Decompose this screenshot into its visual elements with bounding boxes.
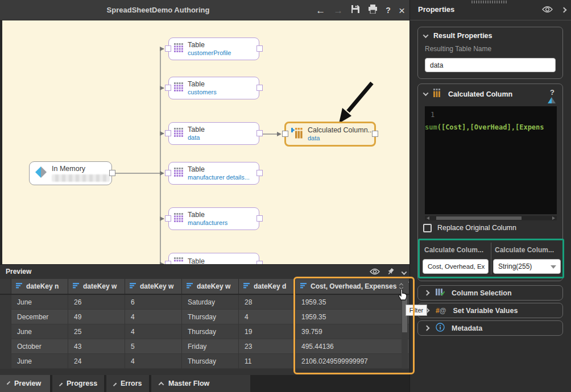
tab-progress[interactable]: Progress bbox=[52, 375, 104, 392]
eye-icon[interactable] bbox=[370, 267, 380, 277]
node-type: Table bbox=[188, 80, 217, 88]
replace-original-column-checkbox[interactable] bbox=[423, 224, 432, 232]
cell[interactable]: 26 bbox=[68, 295, 125, 310]
node-table-manufacturer-details[interactable]: Table manufacturer details... bbox=[168, 162, 259, 185]
input-port[interactable] bbox=[165, 85, 171, 91]
column-type-select[interactable]: String(255) bbox=[493, 259, 561, 274]
output-port[interactable] bbox=[256, 170, 263, 176]
back-icon[interactable]: ← bbox=[316, 6, 325, 15]
node-name: manufacturer details... bbox=[188, 174, 250, 181]
output-port[interactable] bbox=[109, 170, 115, 176]
editor-horizontal-scrollbar[interactable] bbox=[425, 216, 557, 220]
metadata-info-icon bbox=[436, 323, 445, 334]
cell[interactable]: 4 bbox=[239, 310, 296, 324]
scroll-left-icon[interactable] bbox=[427, 216, 429, 220]
cell[interactable]: June bbox=[11, 354, 68, 369]
section-set-variable-values[interactable]: #@ Set Variable Values bbox=[417, 303, 563, 318]
cell[interactable]: Thursday bbox=[182, 354, 239, 369]
cell[interactable]: 11 bbox=[239, 354, 296, 369]
input-port[interactable] bbox=[165, 45, 171, 52]
node-table-customerprofile[interactable]: Table customerProfile bbox=[168, 37, 259, 60]
cell[interactable]: Saturday bbox=[182, 295, 239, 310]
table-grid-icon bbox=[174, 128, 183, 139]
row-gutter[interactable] bbox=[0, 339, 11, 354]
help-icon[interactable]: ? bbox=[386, 6, 391, 14]
node-type: Table bbox=[188, 211, 227, 219]
section-column-selection[interactable]: Column Selection bbox=[417, 285, 563, 301]
cell[interactable]: Thursday bbox=[182, 310, 239, 324]
column-header[interactable]: dateKey n bbox=[11, 279, 68, 295]
cell[interactable]: Thursday bbox=[182, 324, 239, 339]
flow-canvas[interactable]: Table customerProfile Table customers Ta… bbox=[0, 20, 409, 264]
column-header[interactable]: dateKey d bbox=[239, 279, 296, 295]
title-bar-actions: ← → ? × bbox=[316, 0, 405, 20]
node-calculated-column[interactable]: Calculated Column.. data bbox=[284, 122, 376, 147]
chevron-up-icon bbox=[59, 382, 63, 386]
input-port[interactable] bbox=[282, 131, 288, 137]
print-icon[interactable] bbox=[368, 5, 378, 16]
cell[interactable]: 6 bbox=[125, 295, 182, 310]
grid-column-header[interactable]: Calculate Colum... bbox=[495, 243, 560, 257]
cell[interactable]: December bbox=[11, 310, 68, 324]
cell[interactable]: 19 bbox=[239, 324, 296, 339]
resulting-table-name-input[interactable]: data bbox=[425, 58, 556, 72]
output-port[interactable] bbox=[256, 215, 263, 222]
section-metadata[interactable]: Metadata bbox=[417, 320, 563, 336]
node-table-data[interactable]: Table data bbox=[168, 122, 259, 145]
output-port[interactable] bbox=[256, 130, 263, 136]
input-port[interactable] bbox=[165, 215, 171, 222]
cell[interactable]: 24 bbox=[68, 354, 125, 369]
grid-column-header[interactable]: Calculate Colum... bbox=[424, 243, 488, 257]
column-header[interactable]: dateKey w bbox=[182, 279, 239, 295]
code-text: ([Cost],[OverHead],[Expens bbox=[437, 123, 544, 131]
tab-master-flow[interactable]: Master Flow bbox=[151, 375, 250, 392]
eye-icon[interactable] bbox=[542, 5, 553, 15]
cell[interactable]: June bbox=[11, 324, 68, 339]
column-header[interactable]: dateKey w bbox=[125, 279, 182, 295]
collapse-panel-icon[interactable] bbox=[402, 269, 407, 275]
cell[interactable]: 28 bbox=[239, 295, 296, 310]
row-gutter[interactable] bbox=[0, 354, 11, 369]
input-port[interactable] bbox=[165, 170, 171, 176]
row-gutter[interactable] bbox=[0, 310, 11, 324]
cell[interactable]: 49 bbox=[68, 310, 125, 324]
node-table-manufacturers[interactable]: Table manufacturers bbox=[168, 207, 259, 230]
tab-preview[interactable]: Preview bbox=[0, 375, 50, 392]
cell[interactable]: 5 bbox=[125, 339, 182, 354]
cell[interactable]: Friday bbox=[182, 339, 239, 354]
column-name-input[interactable]: Cost, Overhead, Ex bbox=[423, 259, 489, 274]
chevron-down-icon bbox=[7, 381, 10, 384]
output-port[interactable] bbox=[256, 85, 263, 91]
node-in-memory[interactable]: In Memory bbox=[29, 161, 112, 185]
save-icon[interactable] bbox=[351, 5, 360, 16]
title-bar: SpreadSheetDemo Authoring ← → ? × bbox=[0, 0, 409, 20]
collapse-panel-icon[interactable] bbox=[561, 7, 567, 12]
cell[interactable]: October bbox=[11, 339, 68, 354]
cell[interactable]: 4 bbox=[125, 354, 182, 369]
input-port[interactable] bbox=[165, 130, 171, 136]
cell[interactable]: 43 bbox=[68, 339, 125, 354]
pin-icon[interactable] bbox=[387, 267, 395, 277]
formula-code-editor[interactable]: 1 sum([Cost],[OverHead],[Expens bbox=[425, 106, 557, 214]
node-table-customers[interactable]: Table customers bbox=[168, 77, 259, 99]
cell[interactable]: 4 bbox=[125, 324, 182, 339]
cell[interactable]: June bbox=[11, 295, 68, 310]
cell[interactable]: 25 bbox=[68, 324, 125, 339]
chevron-down-icon[interactable] bbox=[423, 90, 429, 96]
chevron-down-icon[interactable] bbox=[423, 32, 429, 38]
close-icon[interactable]: × bbox=[399, 5, 405, 16]
scrollbar-thumb[interactable] bbox=[436, 216, 522, 220]
node-table-clipped[interactable]: Table bbox=[168, 253, 259, 264]
set-variable-values-icon: #@ bbox=[436, 307, 446, 315]
scroll-right-icon[interactable] bbox=[552, 216, 555, 220]
output-port[interactable] bbox=[372, 131, 378, 137]
row-gutter[interactable] bbox=[0, 295, 11, 310]
cell[interactable]: 23 bbox=[239, 339, 296, 354]
column-header[interactable]: dateKey w bbox=[68, 279, 125, 295]
tab-errors[interactable]: Errors bbox=[106, 375, 149, 392]
cell[interactable]: 4 bbox=[125, 310, 182, 324]
row-gutter[interactable] bbox=[0, 324, 11, 339]
output-port[interactable] bbox=[256, 45, 263, 52]
forward-icon[interactable]: → bbox=[333, 6, 343, 15]
chevron-up-icon bbox=[159, 381, 164, 387]
